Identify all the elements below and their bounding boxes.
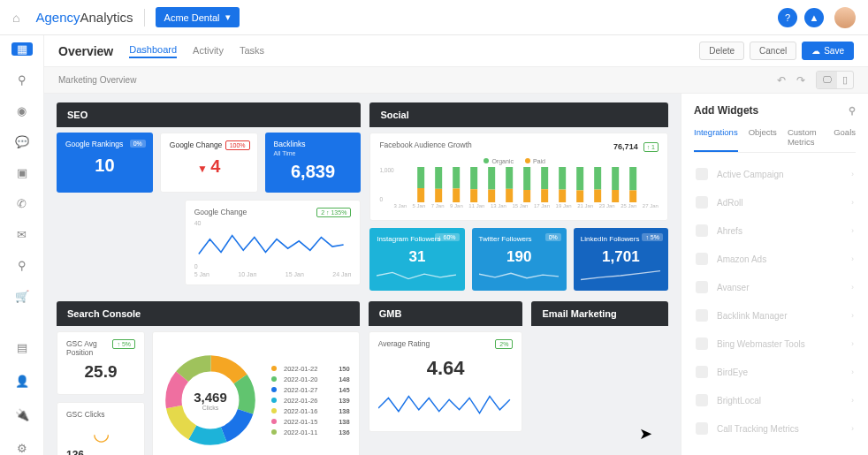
save-button[interactable]: ☁Save [802,42,854,60]
nav-location-icon[interactable]: ⚲ [13,259,31,272]
tab-dashboard[interactable]: Dashboard [129,44,177,58]
add-widgets-panel: Add Widgets ⚲ Integrations Objects Custo… [681,94,868,455]
sidetab-integrations[interactable]: Integrations [694,127,738,152]
breadcrumb-row: Marketing Overview ↶ ↷ 🖵 ▯ [44,67,868,94]
integration-icon [696,224,708,237]
nav-dashboard-icon[interactable]: ▦ [11,42,33,56]
integration-item[interactable]: Amazon Ads› [694,245,856,273]
chevron-down-icon: ▾ [225,11,231,23]
nav-mail-icon[interactable]: ✉ [13,228,31,241]
section-searchconsole-header: Search Console [57,301,360,326]
card-backlinks[interactable]: Backlinks All Time 6,839 [265,133,362,193]
svg-rect-14 [541,167,548,189]
section-gmb-header: GMB [369,301,523,326]
card-gsc-clicks-small[interactable]: GSC Clicks ◡ 136 [57,402,145,455]
chevron-right-icon: › [851,170,854,178]
desktop-icon[interactable]: 🖵 [817,72,837,88]
dashboard-canvas: SEO Google Rankings 0% 10 Google Change … [44,94,681,455]
svg-rect-8 [488,167,495,190]
svg-rect-24 [629,167,636,190]
integration-item[interactable]: Backlink Manager› [694,301,856,330]
chevron-right-icon: › [851,396,854,405]
topbar: ⌂ AgencyAnalytics Acme Dental ▾ ? ▲ [0,0,868,35]
svg-rect-1 [417,188,424,202]
nav-ads-icon[interactable]: ▣ [13,166,31,179]
user-avatar[interactable] [834,7,856,28]
nav-reports-icon[interactable]: ▤ [13,338,31,356]
chevron-right-icon: › [851,368,854,376]
integration-item[interactable]: Avanser› [694,273,856,301]
svg-rect-4 [453,167,460,188]
nav-phone-icon[interactable]: ✆ [13,197,31,210]
card-linkedin-followers[interactable]: LinkedIn Followers ↑ 5% 1,701 [574,228,668,291]
svg-rect-23 [612,190,619,202]
home-icon[interactable]: ⌂ [12,11,19,25]
page-title: Overview [58,44,113,58]
chevron-right-icon: › [851,424,854,433]
nav-globe-icon[interactable]: ◉ [13,104,31,118]
svg-rect-7 [470,189,477,202]
integration-item[interactable]: BirdEye› [694,358,856,386]
device-toggle: 🖵 ▯ [816,71,854,89]
card-google-rankings[interactable]: Google Rankings 0% 10 [57,133,153,193]
integration-icon [696,394,708,406]
integration-item[interactable]: Bing Webmaster Tools› [694,330,856,358]
card-google-change[interactable]: Google Change 100% 4 [160,133,258,193]
card-twitter-followers[interactable]: Twitter Followers 0% 190 [472,228,567,291]
integration-item[interactable]: Ahrefs› [694,216,856,245]
integration-item[interactable]: Call Tracking Metrics› [694,414,856,443]
tab-tasks[interactable]: Tasks [240,45,264,57]
card-gmb-rating[interactable]: 2% Average Rating 4.64 [369,331,523,432]
integration-item[interactable]: BrightLocal› [694,386,856,414]
subheader: Overview Dashboard Activity Tasks Delete… [44,35,868,67]
nav-cart-icon[interactable]: 🛒 [13,290,31,303]
svg-rect-19 [576,190,583,202]
help-icon[interactable]: ? [778,8,797,27]
chevron-right-icon: › [851,254,854,263]
cancel-button[interactable]: Cancel [750,42,796,60]
integration-icon [696,422,708,435]
undo-icon[interactable]: ↶ [777,74,786,87]
svg-rect-11 [506,189,513,202]
card-gsc-avg-position[interactable]: ↑ 5% GSC Avg Position 25.9 [57,331,145,395]
topbar-actions: ? ▲ [778,7,856,28]
svg-rect-10 [506,167,513,189]
chart-google-change[interactable]: 2 ↑ 135% Google Change 40 0 5 Jan 10 Jan [185,200,362,285]
svg-rect-21 [594,190,601,202]
sidetab-goals[interactable]: Goals [834,127,856,152]
nav-settings-icon[interactable]: ⚙ [13,439,31,455]
integration-item[interactable]: Active Campaign› [694,160,856,188]
chevron-right-icon: › [851,198,854,207]
integration-item[interactable]: AdRoll› [694,188,856,216]
nav-search-icon[interactable]: ⚲ [13,73,31,87]
svg-rect-3 [435,189,442,202]
svg-rect-18 [576,167,583,190]
tab-activity[interactable]: Activity [193,45,224,57]
sidetab-custom-metrics[interactable]: Custom Metrics [788,127,823,152]
delete-button[interactable]: Delete [699,42,744,60]
card-gsc-clicks-donut[interactable]: 3,469 Clicks 2022-01-221502022-01-201482… [152,331,360,455]
redo-icon[interactable]: ↷ [796,74,805,87]
notifications-icon[interactable]: ▲ [804,8,824,27]
sidetab-objects[interactable]: Objects [749,127,777,152]
nav-chat-icon[interactable]: 💬 [13,135,31,148]
tabs: Dashboard Activity Tasks [129,35,264,66]
chart-fb-audience[interactable]: Facebook Audience Growth 76,714 ↑ 1 Orga… [369,133,668,221]
left-nav: ▦ ⚲ ◉ 💬 ▣ ✆ ✉ ⚲ 🛒 ▤ 👤 🔌 ⚙ [0,35,44,455]
svg-rect-13 [523,190,530,202]
integration-icon [696,337,708,350]
search-icon[interactable]: ⚲ [849,105,856,117]
card-instagram-followers[interactable]: Instagram Followers ↓ 60% 31 [369,228,464,291]
chevron-right-icon: › [851,226,854,235]
save-icon: ☁ [811,46,820,56]
sidepanel-tabs: Integrations Objects Custom Metrics Goal… [694,127,856,153]
nav-users-icon[interactable]: 👤 [13,372,31,390]
integrations-list: Active Campaign›AdRoll›Ahrefs›Amazon Ads… [694,160,856,443]
client-selector[interactable]: Acme Dental ▾ [156,7,240,27]
svg-rect-12 [523,167,530,190]
nav-integrations-icon[interactable]: 🔌 [13,406,31,423]
breadcrumb: Marketing Overview [58,75,136,85]
svg-rect-2 [435,167,442,189]
mobile-icon[interactable]: ▯ [837,72,853,88]
integration-icon [696,281,708,293]
